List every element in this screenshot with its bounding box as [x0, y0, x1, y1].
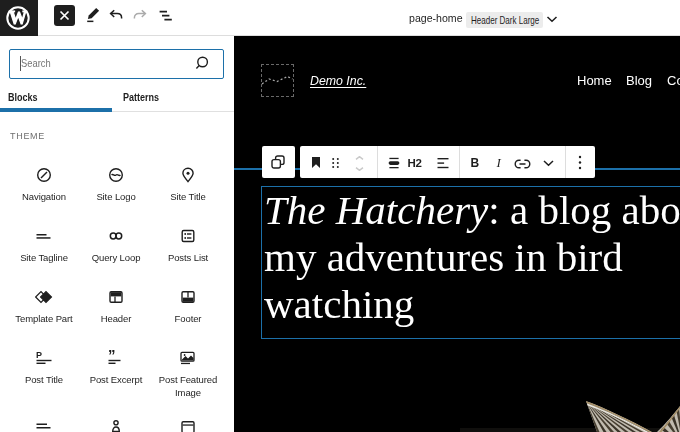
svg-text:W: W [9, 8, 27, 28]
svg-text:P: P [36, 350, 42, 360]
